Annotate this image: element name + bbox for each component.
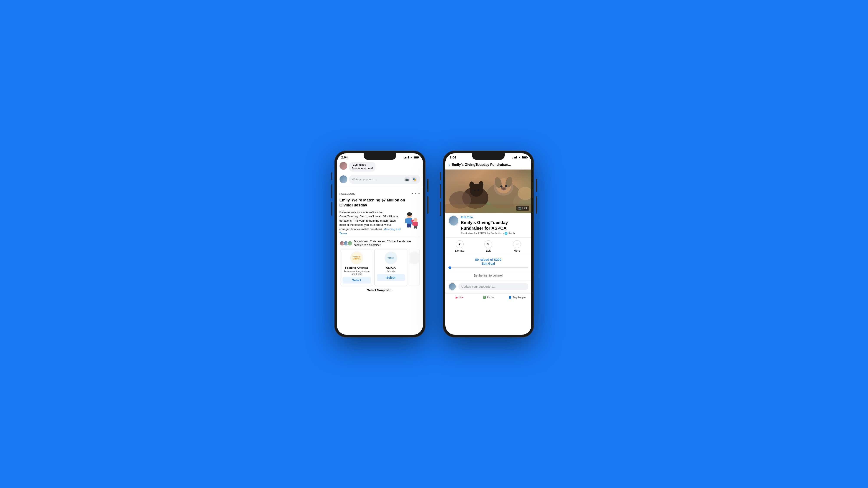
comment-section: Layla Belini Soooooooo cute! Write a com… [337,160,423,187]
friends-donated: Jason Myers, Chris Lee and 52 other frie… [340,238,420,247]
left-phone-btn-2 [331,184,332,198]
first-donate-text: Be the first to donate! [474,274,503,277]
camera-edit-icon: 📷 [518,207,522,210]
svg-rect-10 [416,222,417,226]
feeding-america-name: Feeding America [345,266,368,269]
fundraiser-title: Emily's GivingTuesday Fundraiser for ASP… [461,220,528,231]
feeding-america-select-btn[interactable]: Select [343,277,371,284]
aspca-select-btn[interactable]: Select [377,275,405,281]
third-logo-placeholder [409,252,420,264]
live-action[interactable]: ▶ Live [445,293,474,301]
comment-placeholder: Write a comment... [352,178,376,181]
facebook-card: FACEBOOK • • • Emily, We're Matching $7 … [337,189,423,297]
update-placeholder: Update your supporters... [461,285,496,288]
scene: 2:04 ▲ [334,151,534,337]
svg-rect-5 [409,224,411,228]
commenter-avatar-img [340,162,347,170]
aspca-name: ASPCA [386,266,396,269]
nonprofits-row: FEEDINGAMERICA Feeding America Environme… [340,249,420,286]
current-user-avatar [340,175,347,183]
update-input[interactable]: Update your supporters... [458,283,528,290]
left-phone: 2:04 ▲ [334,151,426,337]
battery-fill-right [523,157,526,158]
commenter-name: Layla Belini [352,164,373,167]
feeding-america-category: Environment, Agriculture and Food [343,270,371,275]
facebook-card-text: Raise money for a nonprofit and on Givin… [340,210,401,235]
more-label: More [514,249,520,252]
comment-input-icons: 📷 🎭 [404,176,417,182]
donate-icon: ♥ [456,240,464,248]
battery-fill-left [414,157,418,158]
select-nonprofit-link[interactable]: Select Nonprofit › [340,286,420,294]
fundraiser-info: Edit Title Emily's GivingTuesday Fundrai… [445,213,531,238]
tag-label: Tag People [513,296,526,299]
organizer-avatar [448,216,459,226]
facebook-card-header: FACEBOOK • • • [340,192,420,196]
edit-goal-link[interactable]: Edit Goal [448,262,528,265]
right-side-btn-1 [536,179,537,192]
svg-rect-2 [405,219,407,223]
right-side-btn-2 [536,196,537,213]
signal-bar-1 [404,157,405,159]
comment-text: Soooooooo cute! [352,167,373,170]
facebook-card-title: Emily, We're Matching $7 Million on Givi… [340,198,420,208]
donate-label: Donate [455,249,464,252]
svg-point-6 [407,212,412,216]
tag-people-action[interactable]: 👤 Tag People [503,293,531,301]
fundraiser-image: 📷 Edit [445,170,531,213]
svg-rect-4 [407,224,409,228]
card-illustration [403,210,420,233]
donate-action-btn[interactable]: ♥ Donate [445,238,474,255]
current-user-avatar-img [340,175,347,183]
fundraiser-meta: Fundraiser for ASPCA by Emily Kim • 🌐 Pu… [461,232,528,235]
progress-dot [448,266,451,269]
progress-bar-track [448,267,528,268]
right-left-btn-2 [440,184,441,198]
battery-icon-left [414,156,418,159]
status-time-right: 2:04 [450,155,456,159]
right-phone: 2:04 ▲ ‹ Emily's GivingTu [443,151,534,337]
aspca-logo-inner: ASPCA [385,252,397,264]
nav-bar: ‹ Emily's GivingTuesday Fundraiser... [445,160,531,170]
r-signal-bar-4 [516,156,517,159]
r-signal-bar-2 [514,157,515,159]
action-buttons: ♥ Donate ✎ Edit ··· More [445,238,531,255]
wifi-icon-left: ▲ [410,156,413,159]
select-nonprofit-text: Select Nonprofit [367,288,391,292]
friends-text: Jason Myers, Chris Lee and 52 other frie… [354,240,420,247]
more-action-btn[interactable]: ··· More [503,238,531,255]
comment-input[interactable]: Write a comment... 📷 🎭 [349,175,420,184]
status-icons-left: ▲ [404,156,418,159]
facebook-label: FACEBOOK [340,192,355,195]
photo-action[interactable]: 🖼 Photo [474,293,503,301]
fundraiser-meta-text: Fundraiser for ASPCA by Emily Kim • 🌐 Pu… [461,232,516,235]
first-donate: Be the first to donate! [445,271,531,280]
more-dots[interactable]: • • • [412,192,420,196]
third-logo [409,251,420,264]
back-button[interactable]: ‹ [448,162,450,168]
tag-icon: 👤 [508,296,512,299]
photo-label: Photo [487,296,494,299]
commenter-avatar [340,162,347,170]
live-icon: ▶ [456,296,458,299]
signal-bars-left [404,156,409,159]
right-phone-btn-1 [427,179,429,192]
sticker-icon[interactable]: 🎭 [411,176,417,182]
signal-bar-2 [405,157,406,159]
svg-point-7 [413,218,417,222]
comment-bubble: Layla Belini Soooooooo cute! [349,162,375,172]
feeding-america-logo: FEEDINGAMERICA [350,251,363,264]
edit-photo-btn[interactable]: 📷 Edit [516,206,529,211]
r-signal-bar-1 [513,157,513,159]
camera-icon[interactable]: 📷 [404,176,410,182]
nonprofit-card-aspca: ASPCA ASPCA Animals Select [374,249,407,286]
edit-title-link[interactable]: Edit Title [461,216,528,219]
select-nonprofit-chevron: › [391,288,393,292]
friend-avatars [340,241,352,246]
post-actions: ▶ Live 🖼 Photo 👤 Tag People [445,293,531,301]
edit-action-btn[interactable]: ✎ Edit [474,238,503,255]
nav-title: Emily's GivingTuesday Fundraiser... [452,163,528,167]
left-phone-inner: 2:04 ▲ [337,153,423,335]
photo-icon: 🖼 [483,296,486,299]
facebook-card-body: Raise money for a nonprofit and on Givin… [340,210,420,235]
